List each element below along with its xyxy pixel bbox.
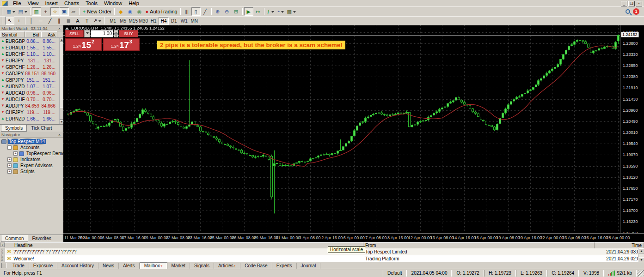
tab-favorites[interactable]: Favorites: [28, 235, 55, 242]
tree-expander[interactable]: +: [7, 169, 12, 174]
cursor-tool[interactable]: ↖: [5, 17, 14, 25]
tree-item-expert-advisors[interactable]: +Expert Advisors: [0, 163, 63, 169]
horizontal-line-tool[interactable]: ─: [36, 17, 45, 25]
vertical-line-tool[interactable]: │: [27, 17, 36, 25]
timeframe-w1[interactable]: W1: [179, 17, 189, 25]
volume-input[interactable]: 1.00: [91, 30, 113, 37]
volume-dropdown[interactable]: [84, 30, 90, 37]
tab-account-history[interactable]: Account History: [57, 263, 98, 269]
scroll-thumb[interactable]: [60, 108, 63, 120]
scroll-up-icon[interactable]: ▲: [638, 248, 644, 253]
tab-articles[interactable]: Articles1: [214, 263, 240, 269]
scroll-down-icon[interactable]: ▼: [60, 120, 63, 124]
chart-window-icon[interactable]: [65, 25, 69, 30]
tree-item-scripts[interactable]: +Scripts: [0, 169, 63, 175]
price-axis[interactable]: 1.242701.238001.233301.228501.223801.219…: [620, 25, 644, 233]
menu-insert[interactable]: Insert: [42, 0, 61, 6]
notification-badge[interactable]: 1: [633, 8, 639, 15]
chevron-down-icon[interactable]: [293, 11, 296, 14]
toolbar-grip[interactable]: [2, 8, 3, 15]
line-chart-button[interactable]: ╱: [201, 7, 210, 16]
sell-quote[interactable]: 1.24 15 2: [65, 38, 102, 51]
tab-news[interactable]: News: [98, 263, 119, 269]
time-axis[interactable]: 11 Mar 202115 Mar 00:0016 Mar 08:0017 Ma…: [63, 233, 644, 242]
tree-item-toprespect-demo[interactable]: +TopRespect-Demo: [0, 151, 63, 157]
strategy-tester-toggle[interactable]: ▱: [69, 7, 78, 16]
table-row[interactable]: ▼AUDCHF0.70...0.70...: [0, 96, 63, 102]
templates-dropdown[interactable]: ▩: [285, 7, 297, 16]
tab-symbols[interactable]: Symbols: [1, 125, 27, 132]
table-row[interactable]: ▲EURGBP0.86...0.86...: [0, 38, 63, 44]
tab-experts[interactable]: Experts: [272, 263, 297, 269]
stepper-down-icon[interactable]: [114, 34, 118, 38]
tab-code-base[interactable]: Code Base: [240, 263, 272, 269]
terminal-scrollbar[interactable]: ▲ ▼: [638, 248, 644, 262]
tab-trade[interactable]: Trade: [8, 263, 29, 269]
chart-canvas[interactable]: [63, 25, 620, 233]
tab-alerts[interactable]: Alerts: [119, 263, 140, 269]
chart-shift-toggle[interactable]: ↦: [253, 7, 263, 16]
arrows-dropdown[interactable]: ↗: [92, 17, 103, 25]
terminal-toggle[interactable]: ▣: [60, 7, 69, 16]
close-button[interactable]: ×: [636, 1, 642, 6]
tree-expander[interactable]: +: [7, 163, 12, 168]
new-order-button[interactable]: +New Order: [81, 7, 113, 16]
label-tool[interactable]: T: [82, 17, 92, 25]
timeframe-m5[interactable]: M5: [118, 17, 128, 25]
new-chart-button[interactable]: ▦: [5, 7, 17, 16]
trendline-tool[interactable]: ╱: [45, 17, 55, 25]
table-row[interactable]: ▼AUDCAD0.96...0.96...: [0, 90, 63, 96]
menu-tools[interactable]: Tools: [82, 0, 101, 6]
candlestick-chart-button[interactable]: ▯: [191, 7, 201, 16]
close-icon[interactable]: x: [57, 26, 62, 30]
column-ask[interactable]: Ask: [41, 31, 57, 37]
mail-row[interactable]: ✉Welcome!Trading Platform2021.04.29 02:0…: [5, 255, 644, 262]
table-row[interactable]: ▼CADJPY88.15188.160: [0, 70, 63, 77]
menu-charts[interactable]: Charts: [61, 0, 82, 6]
navigator-toggle[interactable]: ☆: [50, 7, 60, 16]
metaeditor-button[interactable]: ◆: [116, 7, 125, 16]
minimize-button[interactable]: _: [621, 1, 627, 6]
terminal-grip[interactable]: [1, 263, 7, 268]
column-from[interactable]: From: [363, 242, 595, 248]
toolbar-grip[interactable]: [2, 17, 3, 24]
table-row[interactable]: ▼AUDJPY84.65984.666: [0, 102, 63, 109]
tab-exposure[interactable]: Exposure: [29, 263, 57, 269]
tab-signals[interactable]: Signals: [190, 263, 214, 269]
sell-button[interactable]: SELL: [65, 30, 84, 37]
tile-windows-button[interactable]: ⊞: [232, 7, 241, 16]
timeframe-h1[interactable]: H1: [148, 17, 159, 25]
tree-item-top-respect-mt4[interactable]: Top Respect MT4: [0, 138, 63, 145]
chevron-down-icon[interactable]: [25, 11, 27, 14]
timeframe-mn[interactable]: MN: [189, 17, 199, 25]
menu-file[interactable]: File: [10, 0, 25, 6]
market-watch-toggle[interactable]: ▥: [32, 7, 41, 16]
table-row[interactable]: ▲EURCHF1.10...1.10...: [0, 51, 63, 57]
tab-common[interactable]: Common: [1, 235, 28, 242]
chevron-down-icon[interactable]: [271, 11, 274, 14]
timeframe-m30[interactable]: M30: [138, 17, 148, 25]
autotrading-button[interactable]: ●AutoTrading: [144, 7, 178, 16]
tree-expander[interactable]: -: [7, 145, 12, 150]
column-symbol[interactable]: Symbol: [0, 31, 25, 37]
tab-mailbox[interactable]: Mailbox7: [140, 262, 167, 269]
table-row[interactable]: ▼EURJPY131...131...: [0, 57, 63, 64]
timeframe-m15[interactable]: M15: [128, 17, 138, 25]
buy-button[interactable]: BUY: [119, 30, 138, 37]
search-icon[interactable]: [626, 9, 630, 14]
tree-item-indicators[interactable]: +Indicators: [0, 157, 63, 163]
auto-scroll-toggle[interactable]: ▶: [244, 7, 253, 16]
column-bid[interactable]: Bid: [25, 31, 41, 37]
channel-tool[interactable]: ∥: [55, 17, 64, 25]
close-icon[interactable]: x: [0, 243, 5, 247]
close-icon[interactable]: x: [57, 132, 62, 137]
scroll-up-icon[interactable]: ▲: [60, 38, 63, 42]
table-row[interactable]: ▲GBPJPY151....151....: [0, 77, 63, 83]
crosshair-tool[interactable]: +: [14, 17, 24, 25]
mail-row[interactable]: ✉???????????? ?? ??? ??????Top Respect L…: [5, 248, 644, 255]
chevron-down-icon[interactable]: [98, 20, 101, 24]
table-row[interactable]: ▲EURNZD1.66...1.66...: [0, 115, 63, 122]
text-tool[interactable]: A: [73, 17, 82, 25]
data-window-toggle[interactable]: +: [41, 7, 50, 16]
menu-help[interactable]: Help: [125, 0, 142, 6]
